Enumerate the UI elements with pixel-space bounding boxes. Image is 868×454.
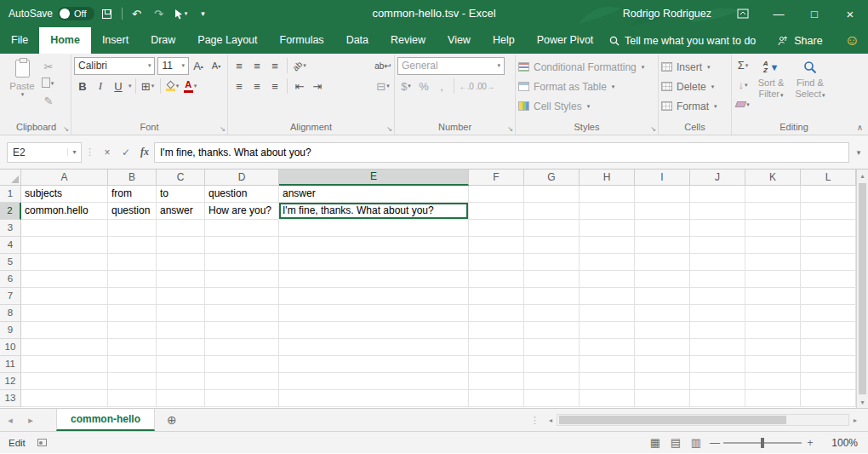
select-all-corner[interactable] [0, 170, 21, 186]
cell-D13[interactable] [205, 390, 279, 407]
cell-A6[interactable] [21, 271, 108, 288]
clipboard-dialog-launcher[interactable]: ↘ [63, 125, 69, 133]
cell-C5[interactable] [157, 254, 205, 271]
cell-J3[interactable] [690, 220, 745, 237]
alignment-dialog-launcher[interactable]: ↘ [386, 125, 392, 133]
zoom-thumb[interactable] [761, 438, 764, 448]
cell-C12[interactable] [157, 373, 205, 390]
cell-B9[interactable] [108, 322, 157, 339]
cell-G11[interactable] [524, 356, 580, 373]
tab-data[interactable]: Data [335, 27, 380, 54]
cell-I13[interactable] [635, 390, 690, 407]
cell-B4[interactable] [108, 237, 157, 254]
cell-K9[interactable] [745, 322, 801, 339]
row-header-9[interactable]: 9 [0, 322, 21, 339]
tab-review[interactable]: Review [380, 27, 437, 54]
cell-I6[interactable] [635, 271, 690, 288]
cell-D6[interactable] [205, 271, 279, 288]
cell-A8[interactable] [21, 305, 108, 322]
cell-G5[interactable] [524, 254, 580, 271]
row-header-11[interactable]: 11 [0, 356, 21, 373]
cancel-entry-button[interactable]: × [98, 142, 117, 163]
align-left-button[interactable]: ≡ [231, 77, 248, 95]
scroll-down-button[interactable]: ▾ [857, 396, 868, 408]
cell-D10[interactable] [205, 339, 279, 356]
save-button[interactable] [98, 3, 117, 24]
cell-I7[interactable] [635, 288, 690, 305]
cell-A10[interactable] [21, 339, 108, 356]
cell-I2[interactable] [635, 203, 690, 220]
tab-home[interactable]: Home [39, 27, 91, 54]
column-header-L[interactable]: L [801, 170, 856, 186]
font-dialog-launcher[interactable]: ↘ [220, 125, 226, 133]
page-layout-view-button[interactable]: ▤ [665, 433, 686, 453]
number-format-combobox[interactable]: General▾ [397, 57, 505, 75]
cell-J5[interactable] [690, 254, 745, 271]
cell-D9[interactable] [205, 322, 279, 339]
cell-L11[interactable] [801, 356, 856, 373]
cell-H1[interactable] [580, 186, 635, 203]
paste-button[interactable]: Paste ▾ [4, 55, 40, 113]
autosave-toggle[interactable]: Off [58, 7, 94, 20]
row-header-8[interactable]: 8 [0, 305, 21, 322]
tab-help[interactable]: Help [482, 27, 526, 54]
tab-view[interactable]: View [437, 27, 482, 54]
name-box-dropdown-icon[interactable]: ▾ [67, 148, 81, 156]
cell-G12[interactable] [524, 373, 580, 390]
cell-K13[interactable] [745, 390, 801, 407]
cell-G10[interactable] [524, 339, 580, 356]
cell-E8[interactable] [279, 305, 469, 322]
cell-E5[interactable] [279, 254, 469, 271]
cell-A13[interactable] [21, 390, 108, 407]
cell-E1[interactable]: answer [279, 186, 469, 203]
vertical-scroll-track[interactable] [857, 181, 868, 396]
cell-D7[interactable] [205, 288, 279, 305]
zoom-slider[interactable] [723, 437, 802, 449]
touch-mouse-mode-button[interactable]: ▾ [172, 3, 191, 24]
cell-A3[interactable] [21, 220, 108, 237]
top-align-button[interactable]: ≡ [231, 56, 248, 75]
cell-F12[interactable] [469, 373, 524, 390]
cell-F5[interactable] [469, 254, 524, 271]
macro-record-button[interactable] [37, 439, 47, 446]
tab-scrollbar-splitter[interactable]: ⋮ [530, 415, 540, 426]
cell-L8[interactable] [801, 305, 856, 322]
cell-K5[interactable] [745, 254, 801, 271]
cell-H3[interactable] [580, 220, 635, 237]
cell-G3[interactable] [524, 220, 580, 237]
cell-I1[interactable] [635, 186, 690, 203]
cell-B10[interactable] [108, 339, 157, 356]
fill-color-button[interactable]: ▾ [164, 77, 181, 95]
cell-B5[interactable] [108, 254, 157, 271]
zoom-out-button[interactable]: — [706, 437, 723, 449]
cell-G1[interactable] [524, 186, 580, 203]
cell-J13[interactable] [690, 390, 745, 407]
cell-K3[interactable] [745, 220, 801, 237]
undo-button[interactable]: ↶ [128, 3, 146, 24]
cell-styles-button[interactable]: Cell Styles ▾ [518, 96, 655, 116]
cell-C9[interactable] [157, 322, 205, 339]
page-break-view-button[interactable]: ▥ [686, 433, 706, 453]
cell-L2[interactable] [801, 203, 856, 220]
column-header-I[interactable]: I [635, 170, 690, 186]
cell-E13[interactable] [279, 390, 469, 407]
formula-bar-expand-button[interactable]: ▾ [849, 142, 868, 163]
cell-A11[interactable] [21, 356, 108, 373]
styles-dialog-launcher[interactable]: ↘ [650, 125, 656, 133]
column-header-H[interactable]: H [580, 170, 635, 186]
cell-H2[interactable] [580, 203, 635, 220]
column-header-F[interactable]: F [469, 170, 524, 186]
cell-J8[interactable] [690, 305, 745, 322]
cell-C2[interactable]: answer [157, 203, 205, 220]
cell-I3[interactable] [635, 220, 690, 237]
wrap-text-button[interactable]: ab↩ [374, 56, 391, 75]
formula-input[interactable]: I'm fine, thanks. What about you? [154, 142, 849, 163]
feedback-smiley-icon[interactable]: ☺ [845, 32, 859, 49]
font-color-button[interactable]: A▾ [182, 77, 199, 95]
name-box[interactable]: E2 ▾ [7, 142, 82, 163]
column-header-B[interactable]: B [108, 170, 157, 186]
cell-K4[interactable] [745, 237, 801, 254]
cell-L10[interactable] [801, 339, 856, 356]
cell-L12[interactable] [801, 373, 856, 390]
cell-J7[interactable] [690, 288, 745, 305]
